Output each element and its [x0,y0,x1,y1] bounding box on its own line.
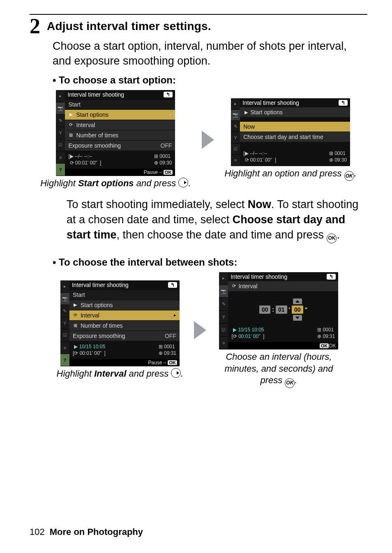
arrow-icon [194,321,206,339]
caption-choose-interval: Choose an interval (hours, minutes, and … [217,351,340,388]
section-title: More on Photography [50,527,143,537]
intro-text: Choose a start option, interval, number … [53,39,367,69]
lcd-start-options-menu: ▸📷✎Y☑≡? Interval timer shooting↰ Start ▶… [56,90,175,176]
dpad-right-icon [171,368,181,378]
bullet-interval: To choose the interval between shots: [53,257,367,268]
row-start-options: ▶Start options▸ [65,109,175,120]
up-arrow-icon [293,298,302,304]
page-number: 102 [30,527,45,537]
ok-icon: OK [285,378,295,388]
ok-icon: OK [344,171,354,181]
back-icon: ↰ [339,100,348,106]
row-interval: ⟳Interval▸ [69,310,180,320]
lcd-title: Interval timer shooting [67,91,124,98]
back-icon: ↰ [168,282,177,288]
ok-icon: OK [327,234,337,243]
dpad-right-icon [178,178,188,187]
row-now: Now [240,121,350,132]
arrow-icon [202,131,214,149]
spinner-minutes: 01 [276,305,287,314]
back-icon: ↰ [164,92,173,97]
lcd-start-options-submenu: ▸📷✎Y☑≡ Interval timer shooting↰ ▶Start o… [231,98,350,166]
step-number: 2 [30,16,40,37]
lcd-interval-spinner: ▸📷✎Y☑≡ Interval timer shooting↰ ⟳Interva… [219,272,338,349]
caption-highlight-option: Highlight an option and press OK. [225,168,357,181]
spinner-hours: 00 [259,305,271,314]
caption-start-options: Highlight Start options and press . [40,178,191,190]
step-title: Adjust interval timer settings. [47,20,211,33]
back-icon: ↰ [327,274,336,280]
down-arrow-icon [293,315,302,321]
spinner-seconds: 00 [292,305,303,314]
start-paragraph: To start shooting immediately, select No… [67,197,367,243]
lcd-interval-menu: ▸📷✎Y☑≡? Interval timer shooting↰ Start ▶… [60,280,180,366]
page-footer: 102 More on Photography [30,527,143,537]
bullet-start-option: To choose a start option: [53,74,367,86]
caption-interval: Highlight Interval and press . [57,368,184,380]
